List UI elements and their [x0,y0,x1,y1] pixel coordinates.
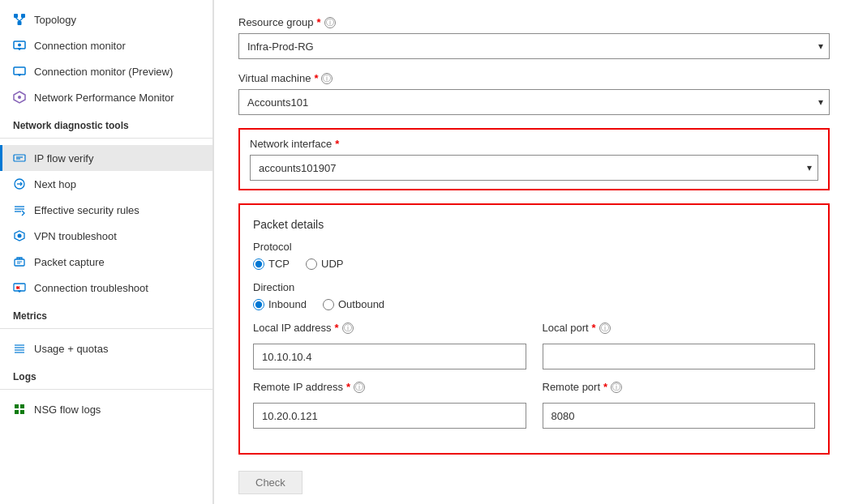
protocol-udp-option[interactable]: UDP [306,258,343,270]
resource-group-select[interactable]: Infra-Prod-RG [238,33,830,59]
remote-ip-info-icon[interactable]: ⓘ [354,382,365,393]
npm-icon [13,91,26,104]
svg-rect-9 [14,67,25,75]
sidebar-item-ip-flow-verify-label: IP flow verify [34,152,93,164]
sidebar-item-nsg-flow-logs-label: NSG flow logs [34,404,101,416]
remote-port-label: Remote port * ⓘ [543,381,816,393]
local-port-required: * [592,322,596,334]
remote-ip-required: * [346,381,350,393]
sidebar-item-next-hop[interactable]: Next hop [0,171,212,197]
virtual-machine-section: Virtual machine * ⓘ Accounts101 ▾ [238,72,830,115]
svg-rect-41 [20,410,24,414]
sidebar-item-usage-quotas-label: Usage + quotas [34,343,108,355]
sidebar-item-packet-capture[interactable]: Packet capture [0,249,212,275]
ip-flow-verify-icon [13,152,26,164]
sidebar: Topology Connection monitor Connection m… [0,0,213,504]
direction-radio-group: Inbound Outbound [253,298,815,310]
metrics-header: Metrics [0,301,212,325]
remote-port-input[interactable] [543,403,816,429]
sidebar-item-effective-security-rules-label: Effective security rules [34,204,139,216]
sidebar-item-vpn-troubleshoot[interactable]: VPN troubleshoot [0,223,212,249]
direction-section: Direction Inbound Outbound [253,281,815,310]
sidebar-item-packet-capture-label: Packet capture [34,256,105,268]
svg-line-3 [16,18,20,21]
sidebar-item-usage-quotas[interactable]: Usage + quotas [0,335,212,361]
connection-monitor-icon [13,39,26,52]
svg-rect-38 [15,404,19,408]
packet-capture-icon [13,255,26,268]
sidebar-item-ip-flow-verify[interactable]: IP flow verify [0,145,212,171]
local-port-input[interactable] [543,344,816,369]
divider-3 [0,389,212,390]
direction-outbound-radio[interactable] [323,299,334,310]
svg-rect-1 [21,14,25,18]
sidebar-item-npm-label: Network Performance Monitor [34,92,174,104]
direction-outbound-option[interactable]: Outbound [323,298,384,310]
remote-ip-label: Remote IP address * ⓘ [253,381,526,393]
network-interface-select[interactable]: accounts101907 [250,155,818,181]
svg-rect-2 [18,21,22,25]
resource-group-label: Resource group * ⓘ [238,16,830,28]
local-ip-info-icon[interactable]: ⓘ [342,322,354,334]
virtual-machine-select[interactable]: Accounts101 [238,89,830,115]
resource-group-select-wrapper: Infra-Prod-RG ▾ [238,33,830,59]
sidebar-item-next-hop-label: Next hop [34,178,76,190]
local-port-info-icon[interactable]: ⓘ [599,322,611,334]
check-button[interactable]: Check [238,471,303,494]
connection-monitor-preview-icon [13,65,26,78]
remote-port-field: Remote port * ⓘ [543,381,816,429]
packet-details-box: Packet details Protocol TCP UDP Directio… [238,203,830,455]
resource-group-required: * [317,16,321,28]
sidebar-item-npm[interactable]: Network Performance Monitor [0,84,212,110]
sidebar-item-connection-troubleshoot[interactable]: Connection troubleshoot [0,275,212,301]
sidebar-item-connection-monitor-preview[interactable]: Connection monitor (Preview) [0,58,212,84]
sidebar-item-vpn-troubleshoot-label: VPN troubleshoot [34,230,117,242]
network-interface-select-wrapper: accounts101907 ▾ [250,155,818,181]
sidebar-item-effective-security-rules[interactable]: Effective security rules [0,197,212,223]
local-ip-input[interactable] [253,344,526,369]
logs-header: Logs [0,361,212,386]
main-content: Resource group * ⓘ Infra-Prod-RG ▾ Virtu… [214,0,854,504]
remote-port-info-icon[interactable]: ⓘ [611,382,622,393]
network-interface-box: Network interface * accounts101907 ▾ [238,128,830,190]
svg-rect-0 [14,14,18,18]
virtual-machine-info-icon[interactable]: ⓘ [321,73,333,84]
direction-inbound-option[interactable]: Inbound [253,298,307,310]
resource-group-info-icon[interactable]: ⓘ [324,17,336,28]
local-ip-port-row: Local IP address * ⓘ Local port * ⓘ [253,322,815,369]
divider-1 [0,138,212,139]
direction-inbound-label: Inbound [268,298,307,310]
connection-troubleshoot-icon [13,281,26,294]
nsg-flow-logs-icon [13,403,26,416]
local-port-label: Local port * ⓘ [543,322,816,334]
network-diagnostic-tools-header: Network diagnostic tools [0,110,212,135]
remote-ip-field: Remote IP address * ⓘ [253,381,526,429]
protocol-label: Protocol [253,241,815,253]
protocol-udp-label: UDP [321,258,343,270]
remote-ip-input[interactable] [253,403,526,429]
svg-point-8 [18,44,21,47]
local-ip-required: * [335,322,339,334]
direction-outbound-label: Outbound [338,298,384,310]
sidebar-item-connection-monitor-label: Connection monitor [34,40,126,52]
svg-point-23 [18,234,22,238]
svg-rect-39 [20,404,24,408]
svg-rect-40 [15,410,19,414]
usage-quotas-icon [13,342,26,355]
sidebar-item-connection-troubleshoot-label: Connection troubleshoot [34,282,148,294]
protocol-tcp-option[interactable]: TCP [253,258,290,270]
svg-rect-14 [14,155,25,161]
protocol-tcp-label: TCP [268,258,290,270]
protocol-tcp-radio[interactable] [253,258,264,270]
sidebar-item-nsg-flow-logs[interactable]: NSG flow logs [0,396,212,422]
local-ip-field: Local IP address * ⓘ [253,322,526,369]
sidebar-item-connection-monitor[interactable]: Connection monitor [0,32,212,58]
protocol-udp-radio[interactable] [306,258,317,270]
remote-port-required: * [603,381,607,393]
divider-2 [0,328,212,329]
effective-security-rules-icon [13,203,26,216]
sidebar-item-topology-label: Topology [34,14,76,26]
sidebar-item-topology[interactable]: Topology [0,6,212,32]
direction-inbound-radio[interactable] [253,299,264,310]
next-hop-icon [13,177,26,190]
